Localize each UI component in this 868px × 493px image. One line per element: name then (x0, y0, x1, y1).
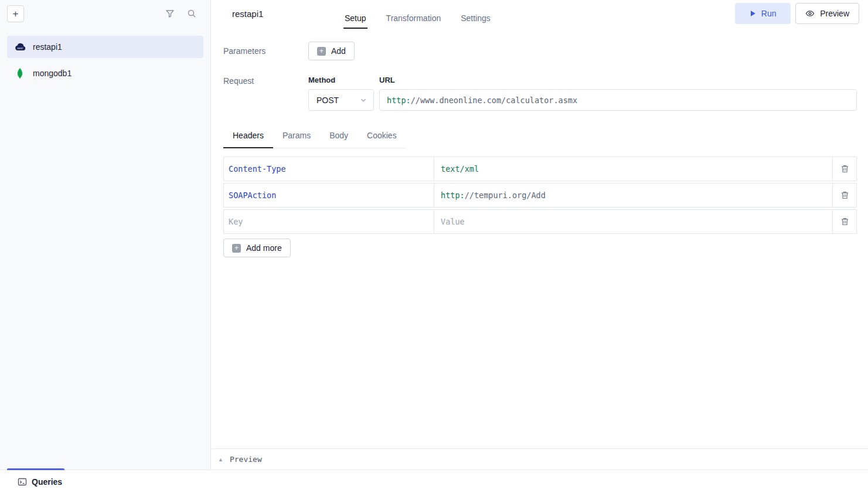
sidebar-item-label: mongodb1 (33, 69, 72, 78)
eye-icon (805, 9, 815, 18)
add-more-label: Add more (246, 243, 282, 253)
sidebar-item-restapi1[interactable]: REST restapi1 (7, 36, 203, 58)
parameters-label: Parameters (223, 46, 308, 56)
table-row (223, 209, 857, 234)
url-scheme: http: (387, 96, 411, 105)
active-tab-indicator (7, 468, 64, 470)
preview-button[interactable]: Preview (795, 3, 859, 24)
url-label: URL (379, 76, 857, 84)
method-value: POST (316, 96, 339, 105)
preview-button-label: Preview (820, 9, 849, 18)
header-value-text: text/xml (441, 164, 479, 174)
request-row: Request Method POST URL http://www.dneon… (223, 76, 857, 111)
add-parameter-label: Add (331, 46, 346, 56)
main-panel: restapi1 Setup Transformation Settings R… (212, 0, 868, 448)
request-label: Request (223, 76, 308, 86)
delete-row-button[interactable] (832, 183, 857, 208)
preview-panel-label: Preview (230, 455, 262, 464)
tab-transformation[interactable]: Transformation (385, 13, 442, 29)
url-column: URL http://www.dneonline.com/calculator.… (379, 76, 857, 111)
sidebar-item-label: restapi1 (33, 42, 62, 52)
table-row: Content-Type text/xml (223, 157, 857, 181)
header-value-rest: //tempuri.org/Add (465, 191, 546, 200)
tab-queries[interactable]: Queries (18, 477, 62, 487)
key-input[interactable] (229, 210, 429, 233)
sidebar-item-mongodb1[interactable]: mongodb1 (7, 62, 203, 84)
tab-setup[interactable]: Setup (343, 13, 367, 29)
add-parameter-button[interactable]: + Add (308, 42, 355, 60)
sidebar: + REST restapi1 (0, 0, 211, 470)
trash-icon (841, 191, 849, 199)
add-query-button[interactable]: + (7, 5, 24, 22)
table-row: SOAPAction http://tempuri.org/Add (223, 183, 857, 208)
chevron-down-icon (359, 96, 367, 104)
header-tabs: Setup Transformation Settings (343, 0, 492, 29)
search-icon[interactable] (187, 9, 196, 18)
add-more-button[interactable]: + Add more (223, 239, 291, 257)
play-icon (750, 10, 756, 17)
queries-label: Queries (32, 477, 62, 487)
svg-text:REST: REST (18, 47, 24, 50)
header-key-field[interactable] (223, 209, 434, 234)
delete-row-button[interactable] (832, 157, 857, 181)
parameters-row: Parameters + Add (223, 42, 857, 60)
setup-content: Parameters + Add Request Method POST (212, 32, 868, 257)
plus-icon: + (317, 47, 326, 56)
tab-params[interactable]: Params (273, 125, 320, 148)
query-list: REST restapi1 mongodb1 (0, 27, 210, 84)
url-input[interactable]: http://www.dneonline.com/calculator.asmx (379, 89, 857, 111)
header-key-text: SOAPAction (229, 191, 276, 200)
mongodb-icon (13, 67, 26, 79)
header-key-field[interactable]: SOAPAction (223, 183, 434, 208)
run-button-label: Run (761, 9, 777, 18)
queries-icon (18, 477, 27, 487)
header-key-field[interactable]: Content-Type (223, 157, 434, 181)
header-value-field[interactable] (434, 209, 833, 234)
page-title: restapi1 (232, 9, 263, 19)
trash-icon (841, 165, 849, 173)
sidebar-toolbar: + (0, 0, 210, 27)
rest-api-icon: REST (13, 42, 26, 52)
main-header: restapi1 Setup Transformation Settings R… (212, 0, 868, 32)
header-key-text: Content-Type (229, 164, 286, 174)
method-column: Method POST (308, 76, 374, 111)
header-value-field[interactable]: http://tempuri.org/Add (434, 183, 833, 208)
plus-icon: + (232, 244, 241, 253)
method-label: Method (308, 76, 374, 84)
collapse-up-icon: ▲ (218, 457, 223, 463)
method-select[interactable]: POST (308, 89, 374, 111)
header-value-scheme: http: (441, 191, 465, 200)
headers-table: Content-Type text/xml SOAPAction (223, 157, 857, 234)
tab-body[interactable]: Body (320, 125, 358, 148)
tab-cookies[interactable]: Cookies (358, 125, 406, 148)
tab-headers[interactable]: Headers (223, 125, 273, 148)
preview-panel-toggle[interactable]: ▲ Preview (212, 448, 868, 470)
filter-icon[interactable] (165, 9, 175, 18)
value-input[interactable] (441, 210, 826, 233)
trash-icon (841, 217, 849, 226)
header-actions: Run Preview (735, 3, 859, 24)
tab-settings[interactable]: Settings (459, 13, 492, 29)
header-value-field[interactable]: text/xml (434, 157, 833, 181)
request-tabs: Headers Params Body Cookies (223, 125, 406, 148)
run-button[interactable]: Run (735, 3, 791, 24)
bottom-bar: Queries (0, 470, 868, 493)
url-rest: //www.dneonline.com/calculator.asmx (411, 96, 577, 105)
delete-row-button[interactable] (832, 209, 857, 234)
